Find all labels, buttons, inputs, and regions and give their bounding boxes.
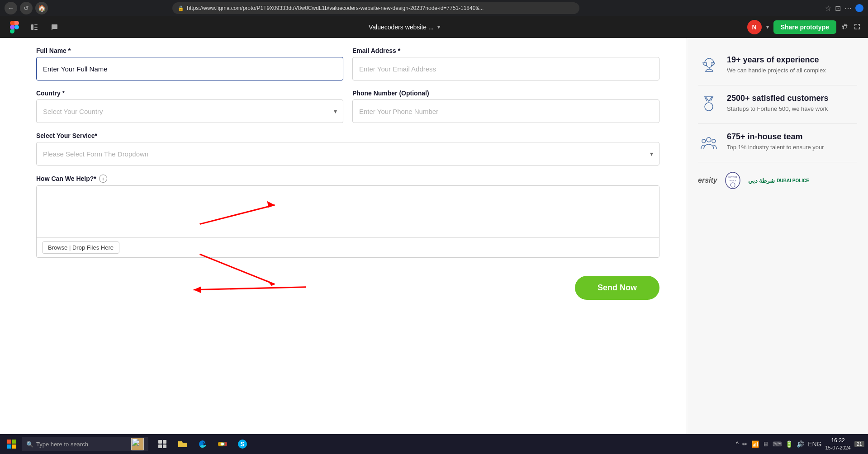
help-textarea[interactable] <box>37 186 659 236</box>
keyboard-icon[interactable]: ⌨ <box>773 440 782 448</box>
svg-rect-0 <box>31 24 33 30</box>
clock-time: 16:32 <box>825 437 850 445</box>
expand-button[interactable] <box>854 23 861 32</box>
address-bar[interactable]: 🔒 https://www.figma.com/proto/P1T9X09333… <box>172 2 579 14</box>
svg-point-4 <box>844 26 846 28</box>
stat-customers-text: 2500+ satisfied customers Startups to Fo… <box>727 94 829 113</box>
search-placeholder-text: Type here to search <box>36 441 88 448</box>
svg-rect-2 <box>34 27 38 28</box>
service-select[interactable]: Please Select Form The Dropdown Web Deve… <box>36 142 659 166</box>
svg-rect-3 <box>34 29 38 30</box>
svg-point-12 <box>707 137 711 142</box>
help-textarea-container: Browse | Drop Files Here <box>36 185 659 258</box>
svg-point-13 <box>702 139 706 143</box>
dubai-police-text: شرطة دبي <box>748 177 775 184</box>
browse-files-button[interactable]: Browse | Drop Files Here <box>42 241 119 254</box>
settings-button[interactable] <box>841 23 849 31</box>
svg-text:POLICE: POLICE <box>729 180 736 182</box>
wifi-icon[interactable]: 📶 <box>751 440 759 448</box>
edge-button[interactable] <box>194 435 212 453</box>
figma-right-controls: N ▾ Share prototype <box>747 20 861 34</box>
full-name-field: Full Name * <box>36 47 343 80</box>
cast-icon[interactable]: ⊡ <box>835 4 841 13</box>
back-button[interactable]: ← <box>5 2 17 14</box>
medal-icon <box>698 94 720 115</box>
svg-rect-24 <box>163 440 166 444</box>
how-help-label-text: How Can We Help?* <box>36 175 96 182</box>
country-phone-row: Country * Select Your Country United Sta… <box>36 90 659 123</box>
comment-button[interactable] <box>47 20 62 34</box>
language-text[interactable]: ENG <box>808 440 821 448</box>
kuwait-police-logo: KUWAIT POLICE <box>725 171 741 189</box>
phone-label: Phone Number (Optional) <box>352 90 659 97</box>
how-help-field: How Can We Help?* i Browse | Drop Files … <box>36 175 659 258</box>
email-field: Email Address * <box>352 47 659 80</box>
figma-toolbar: Valuecoders website ... ▾ N ▾ Share prot… <box>0 16 868 38</box>
svg-line-9 <box>194 287 306 290</box>
title-dropdown-arrow[interactable]: ▾ <box>437 24 440 30</box>
expand-tray-icon[interactable]: ^ <box>736 440 739 448</box>
phone-field: Phone Number (Optional) <box>352 90 659 123</box>
pen-icon[interactable]: ✏ <box>742 440 748 448</box>
star-icon[interactable]: ☆ <box>825 4 831 13</box>
battery-icon[interactable]: 🔋 <box>785 440 793 448</box>
menu-icon[interactable]: ⋯ <box>844 4 852 13</box>
svg-rect-22 <box>12 445 16 449</box>
home-button[interactable]: 🏠 <box>35 2 48 14</box>
svg-text:KUWAIT: KUWAIT <box>728 176 737 178</box>
file-explorer-button[interactable] <box>174 435 192 453</box>
svg-rect-21 <box>7 445 11 449</box>
svg-rect-20 <box>12 440 16 444</box>
svg-text:S: S <box>240 440 244 448</box>
country-select[interactable]: Select Your Country United States United… <box>36 99 343 123</box>
taskbar-apps: S <box>154 435 251 453</box>
stat-experience-text: 19+ years of experience We can handle pr… <box>727 55 826 75</box>
start-button[interactable] <box>4 436 20 452</box>
reload-button[interactable]: ↺ <box>20 2 33 14</box>
email-label: Email Address * <box>352 47 659 54</box>
notification-badge[interactable]: 21 <box>854 441 864 447</box>
country-label: Country * <box>36 90 343 97</box>
profile-icon[interactable] <box>855 4 863 12</box>
full-name-input[interactable] <box>36 57 343 80</box>
time-date-block[interactable]: 16:32 15-07-2024 <box>825 437 850 451</box>
svg-rect-1 <box>34 24 38 25</box>
figma-logo[interactable] <box>7 20 22 34</box>
avatar-dropdown[interactable]: ▾ <box>766 24 769 30</box>
chrome-button[interactable] <box>213 435 232 453</box>
taskbar: 🔍 Type here to search <box>0 434 868 454</box>
share-prototype-button[interactable]: Share prototype <box>773 20 836 34</box>
service-label: Select Your Service* <box>36 132 659 139</box>
figma-document-title: Valuecoders website ... <box>369 24 434 31</box>
name-email-row: Full Name * Email Address * <box>36 47 659 80</box>
how-help-label-row: How Can We Help?* i <box>36 175 659 183</box>
taskbar-search[interactable]: 🔍 Type here to search <box>22 437 148 451</box>
stat-experience: 19+ years of experience We can handle pr… <box>698 47 857 85</box>
svg-rect-23 <box>158 440 162 444</box>
svg-marker-10 <box>194 287 201 293</box>
stat-customers: 2500+ satisfied customers Startups to Fo… <box>698 85 857 124</box>
svg-point-11 <box>705 103 713 111</box>
phone-input[interactable] <box>352 99 659 123</box>
url-text: https://www.figma.com/proto/P1T9X09333du… <box>187 5 484 11</box>
volume-icon[interactable]: 🔊 <box>797 440 804 448</box>
email-input[interactable] <box>352 57 659 80</box>
lock-icon: 🔒 <box>178 5 184 11</box>
file-upload-section: Browse | Drop Files Here <box>37 237 659 257</box>
user-avatar[interactable]: N <box>747 20 762 34</box>
title-area: Valuecoders website ... ▾ <box>67 24 742 31</box>
full-name-label: Full Name * <box>36 47 343 54</box>
task-view-button[interactable] <box>154 435 172 453</box>
search-icon: 🔍 <box>26 441 33 448</box>
info-icon[interactable]: i <box>99 175 107 183</box>
right-sidebar: 19+ years of experience We can handle pr… <box>687 38 868 454</box>
svg-point-28 <box>221 443 224 445</box>
skype-button[interactable]: S <box>233 435 251 453</box>
display-icon[interactable]: 🖥 <box>763 440 769 448</box>
browser-controls: ← ↺ 🏠 <box>5 2 48 14</box>
send-now-button[interactable]: Send Now <box>575 276 659 300</box>
stat-experience-title: 19+ years of experience <box>727 55 826 65</box>
service-select-wrapper: Please Select Form The Dropdown Web Deve… <box>36 142 659 166</box>
system-tray-icons: ^ ✏ 📶 🖥 ⌨ 🔋 🔊 ENG <box>736 440 822 448</box>
sidebar-toggle-button[interactable] <box>27 20 42 34</box>
